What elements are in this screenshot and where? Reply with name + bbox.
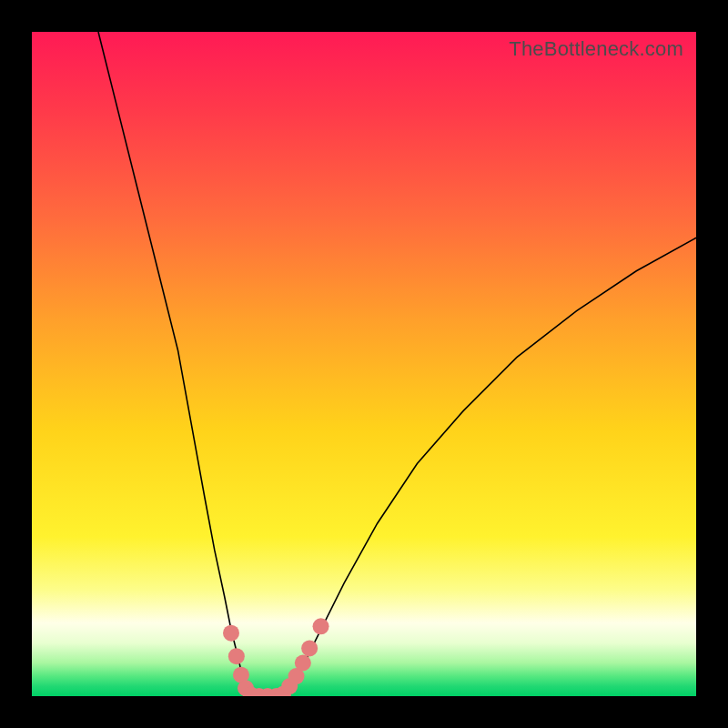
marker-dot	[313, 618, 329, 634]
plot-area: TheBottleneck.com	[32, 32, 696, 696]
marker-dot	[228, 648, 245, 664]
chart-frame: TheBottleneck.com	[0, 0, 728, 728]
marker-group	[223, 618, 329, 696]
marker-dot	[223, 625, 239, 642]
marker-dot	[295, 655, 311, 672]
bottleneck-curve	[98, 32, 696, 696]
marker-dot	[301, 640, 318, 656]
curve-svg	[32, 32, 696, 696]
